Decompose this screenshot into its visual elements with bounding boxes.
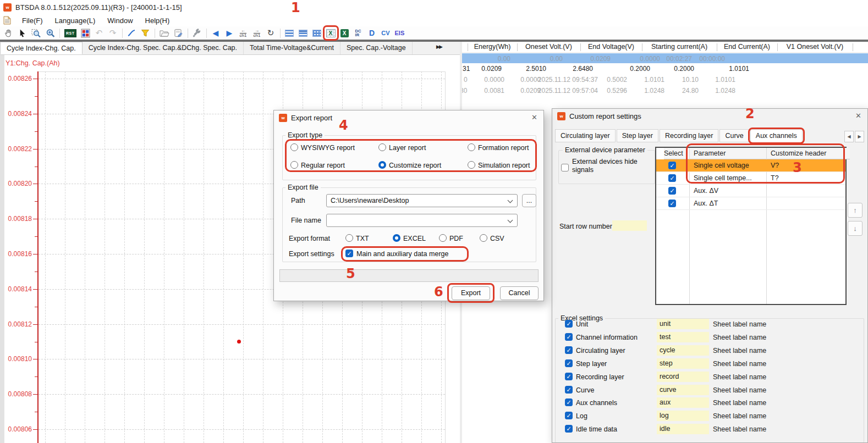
- table-view-2-icon[interactable]: [299, 27, 308, 38]
- export-excel-icon[interactable]: X: [326, 27, 336, 38]
- sheet-name-input-curve[interactable]: curve: [657, 385, 709, 395]
- aux-table-row[interactable]: ✓Single cell tempe...T?: [656, 172, 845, 185]
- menu-item-language-l-[interactable]: Language(L): [54, 16, 97, 25]
- export-format-radio-csv[interactable]: [480, 234, 487, 242]
- rst-icon[interactable]: RST: [64, 27, 76, 38]
- chart-tab-0[interactable]: Cycle Index-Chg. Cap.: [0, 42, 83, 54]
- excel-setting-checkbox-curve[interactable]: ✓: [565, 386, 573, 394]
- column-header[interactable]: End Voltage(V): [580, 43, 642, 52]
- chart-tab-3[interactable]: Spec. Cap.-Voltage: [340, 42, 413, 54]
- merge-data-checkbox[interactable]: ✓: [345, 250, 353, 257]
- export-format-radio-pdf[interactable]: [439, 234, 447, 242]
- excel-setting-checkbox-test[interactable]: ✓: [565, 333, 573, 341]
- row-select-checkbox[interactable]: ✓: [668, 187, 676, 195]
- column-header[interactable]: Oneset Volt.(V): [517, 43, 580, 52]
- table-row[interactable]: 310.02092.50102.64800.20000.20001.0101: [462, 63, 868, 74]
- export-type-radio-regular-report[interactable]: [290, 161, 298, 169]
- export-type-radio-simulation-report[interactable]: [468, 161, 475, 169]
- filter-funnel-icon[interactable]: [141, 27, 150, 38]
- column-header[interactable]: Energy(Wh): [468, 43, 517, 52]
- export-button[interactable]: Export: [452, 286, 490, 300]
- column-header[interactable]: End Current(A): [717, 43, 777, 52]
- aux-table-row[interactable]: ✓Single cell voltageV?: [656, 159, 845, 172]
- export-type-radio-wysiwyg-report[interactable]: [290, 143, 298, 151]
- sheet-name-input-test[interactable]: test: [657, 332, 709, 342]
- table-row[interactable]: 0.000.000.02090.000000:02:2700:00:00: [462, 53, 868, 63]
- move-down-icon[interactable]: ↓: [848, 221, 862, 236]
- sheet-name-input-unit[interactable]: unit: [657, 319, 709, 329]
- cancel-button[interactable]: Cancel: [500, 286, 539, 300]
- sheet-name-input-record[interactable]: record: [657, 372, 709, 382]
- tab-scroll-right-icon[interactable]: ▶: [855, 131, 864, 142]
- excel-setting-checkbox-log[interactable]: ✓: [565, 412, 573, 419]
- menu-item-help-h-[interactable]: Help(H): [144, 16, 171, 25]
- aux-table-row[interactable]: ✓Aux. ΔT: [656, 197, 845, 210]
- zoom-icon[interactable]: [46, 27, 55, 38]
- table-view-3-icon[interactable]: [312, 27, 322, 38]
- redo-icon[interactable]: ↷: [108, 27, 118, 38]
- chevron-down-icon[interactable]: [508, 198, 513, 203]
- pan-hand-icon[interactable]: [4, 27, 13, 38]
- sheet-name-input-aux[interactable]: aux: [657, 397, 709, 408]
- file-name-combobox[interactable]: [326, 214, 518, 227]
- external-devices-hide-signals-checkbox[interactable]: [561, 164, 569, 171]
- table-row[interactable]: 00.00000.00002025.11.12 09:54:370.50021.…: [462, 74, 868, 85]
- chart-tab-1[interactable]: Cycle Index-Chg. Spec. Cap.&DChg. Spec. …: [83, 42, 244, 54]
- close-icon[interactable]: ✕: [531, 114, 537, 121]
- channel-grid-icon[interactable]: [81, 27, 90, 38]
- menu-item-window[interactable]: Window: [106, 16, 134, 25]
- data-point[interactable]: [237, 340, 241, 344]
- prev-arrow-icon[interactable]: ◀: [211, 27, 221, 38]
- excel-setting-checkbox-idle[interactable]: ✓: [565, 425, 573, 433]
- aux-table-row[interactable]: ✓Aux. ΔV: [656, 185, 845, 197]
- sheet-name-input-cycle[interactable]: cycle: [657, 345, 709, 356]
- prev-channel-icon[interactable]: ←ch1: [239, 27, 248, 38]
- excel-file-icon[interactable]: X: [340, 27, 349, 38]
- excel-setting-checkbox-record[interactable]: ✓: [565, 373, 573, 380]
- chevron-down-icon[interactable]: [508, 218, 513, 223]
- next-channel-icon[interactable]: →ch1: [252, 27, 262, 38]
- excel-setting-checkbox-step[interactable]: ✓: [565, 359, 573, 367]
- zoom-region-icon[interactable]: [31, 27, 41, 38]
- menu-item-file-f-[interactable]: File(F): [21, 16, 44, 25]
- report-edit-icon[interactable]: [174, 27, 183, 38]
- wrench-tools-icon[interactable]: [193, 27, 202, 38]
- next-arrow-icon[interactable]: ▶: [225, 27, 234, 38]
- export-type-radio-formation-report[interactable]: [468, 143, 475, 151]
- settings-tab-curve[interactable]: Curve: [719, 129, 749, 142]
- refresh-icon[interactable]: ↻: [266, 27, 276, 38]
- open-folder-icon[interactable]: [160, 27, 169, 38]
- settings-tab-aux-channels[interactable]: Aux channels: [750, 129, 803, 142]
- cv-mode-icon[interactable]: CV: [381, 27, 391, 38]
- settings-tab-circulating-layer[interactable]: Circulating layer: [555, 129, 616, 142]
- custom-dialog-titlebar[interactable]: w Custom report settings: [552, 109, 867, 124]
- export-type-radio-layer-report[interactable]: [378, 143, 386, 151]
- start-row-number-input[interactable]: [612, 220, 647, 231]
- customize-header-cell[interactable]: T?: [771, 174, 842, 182]
- row-select-checkbox[interactable]: ✓: [668, 200, 676, 207]
- sheet-name-input-step[interactable]: step: [657, 358, 709, 369]
- browse-button[interactable]: ...: [522, 194, 536, 207]
- table-view-1-icon[interactable]: [285, 27, 294, 38]
- excel-setting-checkbox-unit[interactable]: ✓: [565, 320, 573, 328]
- path-combobox[interactable]: C:\Users\neware\Desktop: [326, 194, 518, 207]
- d-mode-icon[interactable]: D: [367, 27, 377, 38]
- curve-line-icon[interactable]: [127, 27, 136, 38]
- move-up-icon[interactable]: ↑: [848, 203, 862, 218]
- settings-tab-recording-layer[interactable]: Recording layer: [660, 129, 719, 142]
- export-dialog-titlebar[interactable]: w Export report: [274, 110, 543, 125]
- tab-overflow-icon[interactable]: ▶▶: [436, 44, 442, 49]
- settings-tab-step-layer[interactable]: Step layer: [617, 129, 658, 142]
- excel-setting-checkbox-aux[interactable]: ✓: [565, 398, 573, 406]
- customize-header-cell[interactable]: V?: [771, 162, 842, 169]
- excel-setting-checkbox-cycle[interactable]: ✓: [565, 346, 573, 354]
- eis-mode-icon[interactable]: EIS: [395, 27, 405, 38]
- column-header[interactable]: Starting current(A): [642, 43, 717, 52]
- dc-ir-icon[interactable]: DCIR: [354, 27, 363, 38]
- column-header[interactable]: V1 Oneset Volt.(V): [777, 43, 853, 52]
- select-cursor-icon[interactable]: [18, 27, 27, 38]
- chart-tab-2[interactable]: Total Time-Voltage&Current: [244, 42, 340, 54]
- undo-icon[interactable]: ↶: [95, 27, 104, 38]
- close-icon[interactable]: ✕: [855, 112, 861, 119]
- export-type-radio-customize-report[interactable]: [378, 161, 386, 169]
